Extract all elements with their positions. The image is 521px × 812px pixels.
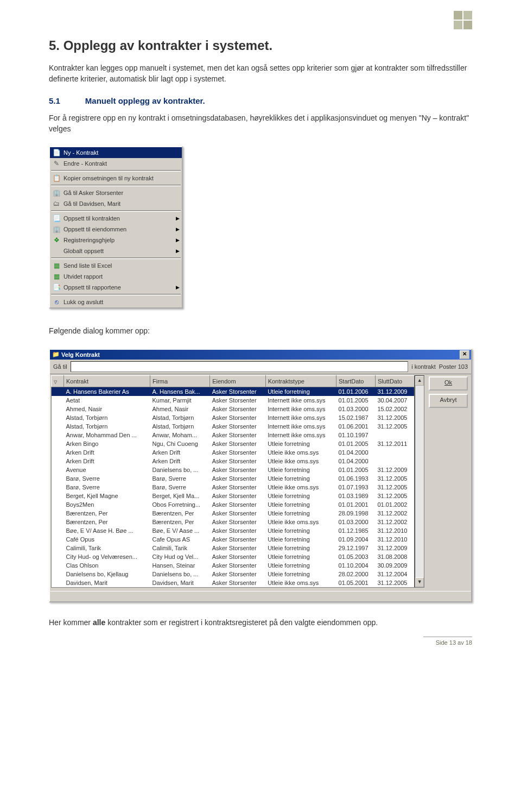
submenu-arrow-icon: ▶	[176, 285, 180, 290]
table-row[interactable]: Bøe, E V/ Aase H. Bøe ...Bøe, E V/ Aase …	[52, 526, 415, 535]
cancel-button[interactable]: Avbryt	[429, 394, 468, 408]
paragraph-2: For å registrere opp en ny kontrakt i om…	[49, 113, 472, 134]
blank-icon	[52, 247, 61, 255]
table-row[interactable]: Barø, SverreBarø, SverreAsker Storsenter…	[52, 474, 415, 483]
table-row[interactable]: Calimili, TarikCalimili, TarikAsker Stor…	[52, 544, 415, 552]
dialog-title: Velg Kontrakt	[61, 351, 100, 358]
subsection-number: 5.1	[49, 96, 60, 105]
table-row[interactable]: Arken DriftArken DriftAsker StorsenterUt…	[52, 448, 415, 457]
menu-separator	[51, 210, 181, 212]
table-row[interactable]: Berget, Kjell MagneBerget, Kjell Ma...As…	[52, 492, 415, 500]
table-row[interactable]: Bærentzen, PerBærentzen, PerAsker Storse…	[52, 509, 415, 518]
section-title: 5. Opplegg av kontrakter i systemet.	[49, 38, 472, 53]
menu-item[interactable]: 📃Oppsett til kontrakten▶	[50, 213, 182, 224]
menu-item[interactable]: ▦Utvidet rapport	[50, 271, 182, 282]
copy-icon: 📋	[52, 174, 61, 182]
table-row[interactable]: Café OpusCafe Opus ASAsker StorsenterUtl…	[52, 535, 415, 544]
menu-item[interactable]: 📑Oppsett til rapportene▶	[50, 282, 182, 293]
edit-icon: ✎	[52, 159, 61, 168]
help-icon: ❖	[52, 236, 61, 244]
table-row[interactable]: Anwar, Mohammad Den ...Anwar, Moham...As…	[52, 431, 415, 439]
submenu-arrow-icon: ▶	[176, 226, 180, 232]
menu-item-label: Gå til Asker Storsenter	[63, 190, 180, 196]
table-row[interactable]: Alstad, TorbjørnAlstad, TorbjørnAsker St…	[52, 422, 415, 431]
table-row[interactable]: City Hud- og Velværesen...City Hud og Ve…	[52, 552, 415, 561]
table-row[interactable]: Arken DriftArken DriftAsker StorsenterUt…	[52, 457, 415, 465]
paragraph-3: Følgende dialog kommer opp:	[49, 326, 472, 337]
close-icon[interactable]: ✕	[460, 350, 469, 359]
paragraph-4: Her kommer alle kontrakter som er regist…	[49, 618, 472, 628]
decorative-corner-block	[454, 11, 472, 29]
menu-item[interactable]: 📋Kopier omsetningen til ny kontrakt	[50, 173, 182, 184]
column-header[interactable]: Firma	[150, 375, 209, 387]
folder-icon: 📁	[52, 351, 60, 358]
context-menu: 📄Ny - Kontrakt✎Endre - Kontrakt📋Kopier o…	[49, 146, 183, 309]
submenu-arrow-icon: ▶	[176, 216, 180, 221]
contracts-table[interactable]: ▽KontraktFirmaEiendomKontraktstypeStartD…	[51, 375, 415, 588]
xlsx-icon: ▦	[52, 272, 61, 281]
subsection-title: Manuelt opplegg av kontrakter.	[85, 96, 205, 105]
column-header[interactable]: SluttDato	[375, 375, 415, 387]
vertical-scrollbar[interactable]: ▲ ▼	[415, 375, 424, 588]
menu-item[interactable]: 🏢Oppsett til eiendommen▶	[50, 224, 182, 235]
menu-item[interactable]: ⎋Lukk og avslutt	[50, 297, 182, 307]
menu-item-label: Oppsett til kontrakten	[63, 215, 176, 222]
table-row[interactable]: Davidsen, MaritDavidsen, MaritAsker Stor…	[52, 578, 415, 588]
menu-separator	[51, 170, 181, 172]
rep-icon: 📑	[52, 283, 61, 292]
menu-item-label: Utvidet rapport	[63, 273, 180, 280]
table-row[interactable]: Boys2MenObos Forretning...Asker Storsent…	[52, 500, 415, 509]
menu-item[interactable]: 🏢Gå til Asker Storsenter	[50, 187, 182, 198]
table-row[interactable]: Arken BingoNgu, Chi CuoengAsker Storsent…	[52, 439, 415, 448]
submenu-arrow-icon: ▶	[176, 237, 180, 243]
doc-icon: 📄	[52, 148, 61, 157]
menu-item[interactable]: ❖Registreringsghjelp▶	[50, 235, 182, 246]
table-row[interactable]: Ahmed, NasirAhmed, NasirAsker Storsenter…	[52, 405, 415, 413]
table-row[interactable]: Alstad, TorbjørnAlstad, TorbjørnAsker St…	[52, 413, 415, 422]
menu-item[interactable]: Globalt oppsett▶	[50, 246, 182, 256]
table-row[interactable]: A. Hansens Bakerier AsA. Hansens Bak...A…	[52, 387, 415, 396]
goto-label: Gå til	[53, 363, 67, 370]
table-row[interactable]: Clas OhlsonHansen, SteinarAsker Storsent…	[52, 561, 415, 570]
menu-item-label: Globalt oppsett	[63, 248, 176, 254]
column-header[interactable]: Kontraktstype	[265, 375, 336, 387]
table-row[interactable]: Bærentzen, PerBærentzen, PerAsker Storse…	[52, 518, 415, 526]
menu-item-label: Lukk og avslutt	[63, 299, 180, 305]
scroll-down-icon[interactable]: ▼	[415, 577, 424, 587]
column-header[interactable]: StartDato	[336, 375, 376, 387]
intro-paragraph: Kontrakter kan legges opp manuelt i syst…	[49, 63, 472, 84]
xlsx-icon: ▦	[52, 261, 61, 270]
menu-item[interactable]: 📄Ny - Kontrakt	[50, 147, 182, 158]
bld-icon: 🏢	[52, 188, 61, 197]
select-contract-dialog: 📁 Velg Kontrakt ✕ Gå til i kontrakt Post…	[49, 349, 472, 602]
table-row[interactable]: Barø, SverreBarø, SverreAsker Storsenter…	[52, 483, 415, 492]
table-row[interactable]: Danielsens bo, KjellaugDanielsens bo, ..…	[52, 570, 415, 578]
menu-item-label: Registreringsghjelp	[63, 237, 176, 243]
page-icon: 📃	[52, 214, 61, 223]
table-row[interactable]: AetatKumar, ParmjitAsker StorsenterInter…	[52, 396, 415, 405]
submenu-arrow-icon: ▶	[176, 248, 180, 254]
column-header[interactable]: ▽	[52, 375, 64, 387]
posts-count: Poster 103	[439, 363, 468, 370]
menu-separator	[51, 185, 181, 186]
column-header[interactable]: Eiendom	[210, 375, 266, 387]
menu-item[interactable]: ▦Send liste til Excel	[50, 260, 182, 271]
bld-icon: 🏢	[52, 225, 61, 234]
table-row[interactable]: AvenueDanielsens bo, ...Asker Storsenter…	[52, 465, 415, 474]
menu-item[interactable]: 🗂Gå til Davidsen, Marit	[50, 198, 182, 209]
goto-input[interactable]	[71, 361, 408, 372]
ok-button[interactable]: Ok	[429, 376, 468, 391]
column-header[interactable]: Kontrakt	[64, 375, 150, 387]
menu-separator	[51, 257, 181, 259]
dialog-titlebar[interactable]: 📁 Velg Kontrakt ✕	[50, 350, 471, 360]
menu-item-label: Send liste til Excel	[63, 262, 180, 269]
exit-icon: ⎋	[52, 298, 61, 306]
card-icon: 🗂	[52, 199, 61, 208]
menu-item-label: Oppsett til eiendommen	[63, 226, 176, 232]
menu-item-label: Ny - Kontrakt	[63, 149, 180, 156]
menu-item[interactable]: ✎Endre - Kontrakt	[50, 158, 182, 169]
menu-item-label: Gå til Davidsen, Marit	[63, 200, 180, 207]
dialog-statusbar	[50, 591, 471, 601]
menu-item-label: Endre - Kontrakt	[63, 160, 180, 167]
scroll-up-icon[interactable]: ▲	[415, 376, 424, 386]
